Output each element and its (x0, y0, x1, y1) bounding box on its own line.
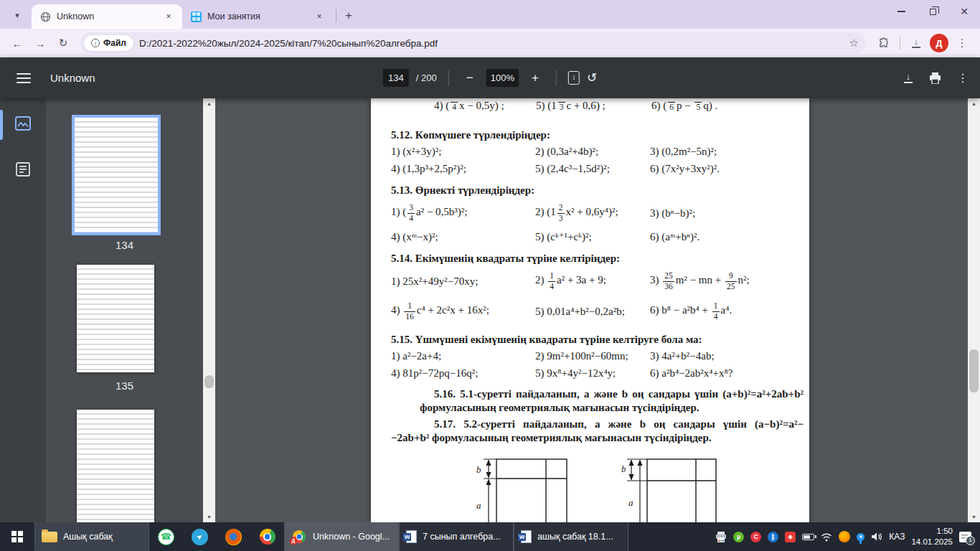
pdf-title: Unknown (50, 72, 95, 84)
exercise-item: 4) (4x − 0,5y) ; (434, 100, 536, 121)
taskbar-firefox-button[interactable] (217, 522, 250, 551)
close-window-button[interactable]: ✕ (948, 0, 980, 23)
pdf-viewer: 134 135 ▲ ▼ 4) (4x − 0,5y) ; 5) (13c + 0… (0, 98, 980, 522)
page-number-input[interactable]: 134 (383, 69, 409, 87)
taskbar-window-word-1[interactable]: 7 сынып алгебра... (399, 522, 514, 551)
reload-button[interactable]: ↻ (53, 33, 73, 53)
utorrent-icon[interactable]: µ (733, 532, 744, 542)
file-scheme-chip[interactable]: i Файл (84, 35, 133, 51)
page-total: / 200 (416, 72, 437, 83)
new-tab-button[interactable]: + (339, 6, 358, 25)
taskbar-chrome-button[interactable] (250, 522, 284, 551)
thumbnail-label: 135 (46, 380, 203, 392)
profile-badge: Д (290, 538, 297, 545)
thumbnail-label: 134 (46, 239, 203, 251)
svg-text:b: b (621, 463, 626, 474)
thumbnail-page-135[interactable] (77, 265, 154, 372)
exercise-5-15-heading: 5.15. Үшмүшені екімүшенің квадраты түрін… (371, 332, 809, 347)
sidebar-rail (0, 98, 46, 522)
browser-menu-icon[interactable]: ⋮ (951, 32, 973, 54)
exercise-item: 3) (0,2m²−5n)²; (650, 144, 809, 159)
close-icon[interactable]: × (162, 10, 175, 23)
printer-icon[interactable] (715, 532, 727, 542)
taskbar-window-chrome[interactable]: Д Unknown - Googl... (284, 522, 399, 551)
thumbnail-page-136[interactable] (77, 410, 154, 522)
print-icon[interactable] (929, 72, 941, 84)
browser-tab-moi-zanyatiya[interactable]: Мои занятия × (182, 4, 333, 29)
figure-5-2: b a a b 5.2-сурет (613, 453, 720, 522)
minimize-button[interactable] (885, 0, 917, 23)
remote-app-icon[interactable]: ◈ (785, 532, 796, 542)
scroll-down-icon[interactable]: ▼ (968, 512, 980, 522)
rotate-icon[interactable]: ↺ (587, 70, 597, 85)
outline-panel-icon[interactable] (11, 158, 34, 183)
scrollbar-thumb[interactable] (969, 349, 979, 392)
thumbnails-panel-icon[interactable] (11, 111, 35, 138)
exercise-item: 2) 9m²+100n²−60mn; (535, 349, 650, 364)
exercise-item: 5) (13c + 0,6) ; (536, 100, 651, 121)
address-bar[interactable]: i Файл D:/2021-2022%20жыл/2024-2025/кіта… (80, 32, 866, 54)
start-button[interactable] (0, 522, 34, 551)
zoom-level[interactable]: 100% (486, 69, 519, 87)
main-scrollbar[interactable]: ▲ ▼ (968, 98, 980, 522)
bookmark-star-icon[interactable]: ☆ (849, 37, 859, 50)
scroll-up-icon[interactable]: ▲ (968, 98, 980, 109)
zoom-in-button[interactable]: + (526, 69, 545, 88)
exercise-item: 2) (123x² + 0,6y⁴)²; (535, 203, 650, 222)
taskbar-telegram-button[interactable]: ➤ (183, 522, 217, 551)
svg-text:a: a (628, 497, 633, 508)
scroll-down-icon[interactable]: ▼ (203, 512, 215, 522)
exercise-item: 6) (aᵐ+bⁿ)². (650, 230, 809, 245)
close-icon[interactable]: × (313, 10, 326, 23)
telegram-icon: ➤ (192, 529, 208, 545)
taskbar-window-word-2[interactable]: ашық сабақ 18.1... (514, 522, 628, 551)
avast-icon[interactable] (839, 531, 850, 542)
info-icon: i (91, 39, 100, 47)
exercise-5-17: 5.17. 5.2-суретті пайдаланып, a және b о… (371, 418, 809, 444)
extensions-icon[interactable] (873, 32, 895, 54)
exercise-5-14-heading: 5.14. Екімүшенің квадраты түріне келтірі… (371, 251, 809, 265)
folder-icon (42, 532, 57, 542)
back-button[interactable]: ← (7, 33, 27, 53)
firefox-icon (225, 529, 242, 545)
exercise-item: 5) (2,4c³−1,5d²)²; (535, 161, 650, 176)
taskbar-clock[interactable]: 1:50 14.01.2025 (911, 526, 953, 547)
fit-page-icon[interactable]: ↕ (568, 71, 580, 85)
whatsapp-icon: ☎ (158, 529, 174, 545)
exercise-item: 4) 116c⁴ + 2c²x + 16x²; (391, 301, 535, 321)
scrollbar-thumb[interactable] (204, 375, 214, 388)
chrome-icon (260, 529, 275, 545)
sidebar-scrollbar[interactable]: ▲ ▼ (203, 98, 215, 522)
pdf-canvas[interactable]: 4) (4x − 0,5y) ; 5) (13c + 0,6) ; 6) (6p… (215, 98, 968, 522)
exercise-item: 4) (xᵐ−x)²; (391, 230, 535, 245)
exercise-item: 1) (x²+3y)²; (391, 144, 535, 159)
pdf-download-icon[interactable] (903, 73, 913, 83)
notification-center-icon[interactable]: 1 (959, 532, 971, 542)
exercise-item: 2) (0,3a²+4b)²; (535, 144, 650, 159)
taskbar: Ашық сабақ ☎ ➤ Д Unknown - Googl... 7 сы… (0, 522, 980, 551)
ccleaner-icon[interactable]: C (750, 532, 761, 542)
exercise-item: 1) (34a² − 0,5b³)²; (391, 203, 535, 222)
language-indicator[interactable]: КАЗ (889, 532, 905, 542)
profile-avatar[interactable]: Д (930, 34, 948, 52)
downloads-icon[interactable] (905, 32, 927, 54)
zoom-out-button[interactable]: − (461, 69, 479, 88)
exercise-item: 3) 2536m² − mn + 925n²; (650, 271, 809, 291)
battery-icon[interactable] (802, 534, 814, 540)
vpn-pin-icon[interactable] (857, 533, 864, 541)
taskbar-whatsapp-button[interactable]: ☎ (149, 522, 183, 551)
pdf-toolbar: Unknown 134 / 200 − 100% + ↕ ↺ ⋮ (0, 57, 980, 98)
taskbar-folder-window[interactable]: Ашық сабақ (34, 522, 149, 551)
menu-icon[interactable] (11, 66, 36, 90)
forward-button[interactable]: → (30, 33, 50, 53)
exercise-item: 2) 14a² + 3a + 9; (535, 271, 650, 291)
thumbnail-page-134[interactable] (75, 118, 158, 232)
restore-button[interactable] (917, 0, 948, 23)
volume-icon[interactable] (871, 532, 882, 541)
scroll-up-icon[interactable]: ▲ (203, 98, 215, 109)
tab-search-button[interactable]: ▾ (7, 5, 27, 25)
browser-tab-unknown[interactable]: Unknown × (32, 4, 182, 29)
bluetooth-icon[interactable]: ᛒ (768, 532, 778, 542)
wifi-icon[interactable] (821, 532, 832, 542)
pdf-menu-icon[interactable]: ⋮ (957, 71, 969, 85)
